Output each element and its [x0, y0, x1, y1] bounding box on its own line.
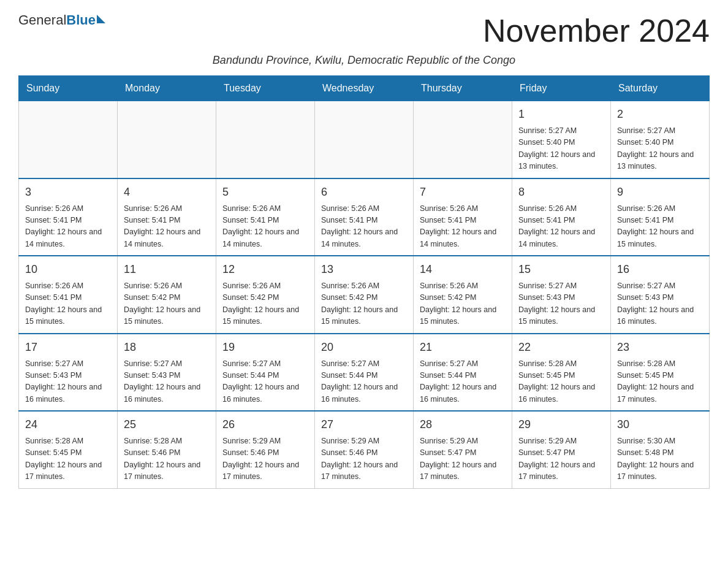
calendar-week-row: 3Sunrise: 5:26 AMSunset: 5:41 PMDaylight… [19, 178, 710, 256]
day-info: Sunrise: 5:26 AMSunset: 5:41 PMDaylight:… [518, 203, 604, 251]
day-number: 4 [124, 184, 210, 201]
day-info: Sunrise: 5:27 AMSunset: 5:43 PMDaylight:… [124, 358, 210, 406]
day-info: Sunrise: 5:29 AMSunset: 5:46 PMDaylight:… [321, 435, 407, 483]
day-info: Sunrise: 5:26 AMSunset: 5:41 PMDaylight:… [321, 203, 407, 251]
day-number: 14 [420, 261, 506, 278]
day-info: Sunrise: 5:27 AMSunset: 5:43 PMDaylight:… [25, 358, 111, 406]
day-number: 24 [25, 416, 111, 433]
day-number: 17 [25, 339, 111, 356]
calendar-day-cell: 26Sunrise: 5:29 AMSunset: 5:46 PMDayligh… [216, 411, 315, 488]
calendar-day-cell: 6Sunrise: 5:26 AMSunset: 5:41 PMDaylight… [315, 178, 414, 256]
day-info: Sunrise: 5:26 AMSunset: 5:41 PMDaylight:… [25, 280, 111, 328]
day-info: Sunrise: 5:26 AMSunset: 5:42 PMDaylight:… [222, 280, 308, 328]
calendar-day-cell: 2Sunrise: 5:27 AMSunset: 5:40 PMDaylight… [611, 101, 710, 178]
calendar-day-cell: 9Sunrise: 5:26 AMSunset: 5:41 PMDaylight… [611, 178, 710, 256]
day-number: 8 [518, 184, 604, 201]
calendar-day-cell [19, 101, 118, 178]
calendar-day-cell: 28Sunrise: 5:29 AMSunset: 5:47 PMDayligh… [414, 411, 512, 488]
month-title: November 2024 [483, 12, 710, 49]
calendar-day-cell: 22Sunrise: 5:28 AMSunset: 5:45 PMDayligh… [512, 334, 611, 412]
calendar-week-row: 17Sunrise: 5:27 AMSunset: 5:43 PMDayligh… [19, 334, 710, 412]
day-info: Sunrise: 5:27 AMSunset: 5:44 PMDaylight:… [222, 358, 308, 406]
day-number: 7 [420, 184, 506, 201]
calendar-day-cell: 4Sunrise: 5:26 AMSunset: 5:41 PMDaylight… [118, 178, 216, 256]
calendar-day-header: Monday [118, 76, 216, 101]
calendar-table: SundayMondayTuesdayWednesdayThursdayFrid… [18, 75, 710, 489]
logo: General Blue [18, 12, 105, 28]
calendar-day-cell: 3Sunrise: 5:26 AMSunset: 5:41 PMDaylight… [19, 178, 118, 256]
day-info: Sunrise: 5:26 AMSunset: 5:41 PMDaylight:… [222, 203, 308, 251]
calendar-day-cell: 10Sunrise: 5:26 AMSunset: 5:41 PMDayligh… [19, 256, 118, 334]
day-number: 13 [321, 261, 407, 278]
day-number: 27 [321, 416, 407, 433]
day-number: 20 [321, 339, 407, 356]
day-info: Sunrise: 5:27 AMSunset: 5:40 PMDaylight:… [617, 125, 703, 173]
calendar-day-cell: 15Sunrise: 5:27 AMSunset: 5:43 PMDayligh… [512, 256, 611, 334]
day-number: 28 [420, 416, 506, 433]
day-number: 10 [25, 261, 111, 278]
day-info: Sunrise: 5:28 AMSunset: 5:45 PMDaylight:… [617, 358, 703, 406]
calendar-day-cell: 7Sunrise: 5:26 AMSunset: 5:41 PMDaylight… [414, 178, 512, 256]
day-info: Sunrise: 5:26 AMSunset: 5:41 PMDaylight:… [617, 203, 703, 251]
calendar-day-cell: 23Sunrise: 5:28 AMSunset: 5:45 PMDayligh… [611, 334, 710, 412]
day-number: 15 [518, 261, 604, 278]
day-number: 16 [617, 261, 703, 278]
calendar-day-header: Tuesday [216, 76, 315, 101]
calendar-day-cell: 14Sunrise: 5:26 AMSunset: 5:42 PMDayligh… [414, 256, 512, 334]
calendar-day-cell: 13Sunrise: 5:26 AMSunset: 5:42 PMDayligh… [315, 256, 414, 334]
calendar-day-cell: 8Sunrise: 5:26 AMSunset: 5:41 PMDaylight… [512, 178, 611, 256]
day-info: Sunrise: 5:27 AMSunset: 5:43 PMDaylight:… [518, 280, 604, 328]
calendar-day-cell: 17Sunrise: 5:27 AMSunset: 5:43 PMDayligh… [19, 334, 118, 412]
day-info: Sunrise: 5:26 AMSunset: 5:42 PMDaylight:… [124, 280, 210, 328]
calendar-day-header: Saturday [611, 76, 710, 101]
calendar-day-cell: 25Sunrise: 5:28 AMSunset: 5:46 PMDayligh… [118, 411, 216, 488]
calendar-week-row: 24Sunrise: 5:28 AMSunset: 5:45 PMDayligh… [19, 411, 710, 488]
day-number: 11 [124, 261, 210, 278]
day-info: Sunrise: 5:26 AMSunset: 5:41 PMDaylight:… [124, 203, 210, 251]
calendar-day-header: Thursday [414, 76, 512, 101]
calendar-day-cell: 19Sunrise: 5:27 AMSunset: 5:44 PMDayligh… [216, 334, 315, 412]
logo-general: General [18, 12, 66, 28]
day-number: 29 [518, 416, 604, 433]
calendar-day-cell: 5Sunrise: 5:26 AMSunset: 5:41 PMDaylight… [216, 178, 315, 256]
day-info: Sunrise: 5:28 AMSunset: 5:45 PMDaylight:… [25, 435, 111, 483]
calendar-header-row: SundayMondayTuesdayWednesdayThursdayFrid… [19, 76, 710, 101]
day-number: 30 [617, 416, 703, 433]
calendar-day-cell: 21Sunrise: 5:27 AMSunset: 5:44 PMDayligh… [414, 334, 512, 412]
day-info: Sunrise: 5:27 AMSunset: 5:43 PMDaylight:… [617, 280, 703, 328]
day-info: Sunrise: 5:26 AMSunset: 5:42 PMDaylight:… [420, 280, 506, 328]
calendar-day-cell [118, 101, 216, 178]
day-number: 18 [124, 339, 210, 356]
day-number: 19 [222, 339, 308, 356]
day-number: 1 [518, 106, 604, 123]
logo-blue: Blue [66, 12, 96, 28]
day-info: Sunrise: 5:26 AMSunset: 5:41 PMDaylight:… [25, 203, 111, 251]
day-number: 22 [518, 339, 604, 356]
calendar-day-cell: 12Sunrise: 5:26 AMSunset: 5:42 PMDayligh… [216, 256, 315, 334]
calendar-day-cell: 27Sunrise: 5:29 AMSunset: 5:46 PMDayligh… [315, 411, 414, 488]
calendar-week-row: 1Sunrise: 5:27 AMSunset: 5:40 PMDaylight… [19, 101, 710, 178]
calendar-week-row: 10Sunrise: 5:26 AMSunset: 5:41 PMDayligh… [19, 256, 710, 334]
day-info: Sunrise: 5:26 AMSunset: 5:42 PMDaylight:… [321, 280, 407, 328]
calendar-day-header: Sunday [19, 76, 118, 101]
calendar-day-cell: 18Sunrise: 5:27 AMSunset: 5:43 PMDayligh… [118, 334, 216, 412]
day-info: Sunrise: 5:29 AMSunset: 5:47 PMDaylight:… [420, 435, 506, 483]
day-number: 21 [420, 339, 506, 356]
day-number: 6 [321, 184, 407, 201]
calendar-day-cell: 24Sunrise: 5:28 AMSunset: 5:45 PMDayligh… [19, 411, 118, 488]
day-info: Sunrise: 5:28 AMSunset: 5:45 PMDaylight:… [518, 358, 604, 406]
day-number: 25 [124, 416, 210, 433]
day-info: Sunrise: 5:28 AMSunset: 5:46 PMDaylight:… [124, 435, 210, 483]
day-number: 12 [222, 261, 308, 278]
day-number: 9 [617, 184, 703, 201]
calendar-day-cell: 11Sunrise: 5:26 AMSunset: 5:42 PMDayligh… [118, 256, 216, 334]
day-number: 23 [617, 339, 703, 356]
day-info: Sunrise: 5:29 AMSunset: 5:47 PMDaylight:… [518, 435, 604, 483]
calendar-day-header: Friday [512, 76, 611, 101]
calendar-day-cell: 20Sunrise: 5:27 AMSunset: 5:44 PMDayligh… [315, 334, 414, 412]
day-info: Sunrise: 5:26 AMSunset: 5:41 PMDaylight:… [420, 203, 506, 251]
day-number: 5 [222, 184, 308, 201]
calendar-day-cell: 30Sunrise: 5:30 AMSunset: 5:48 PMDayligh… [611, 411, 710, 488]
day-info: Sunrise: 5:30 AMSunset: 5:48 PMDaylight:… [617, 435, 703, 483]
calendar-day-cell: 1Sunrise: 5:27 AMSunset: 5:40 PMDaylight… [512, 101, 611, 178]
